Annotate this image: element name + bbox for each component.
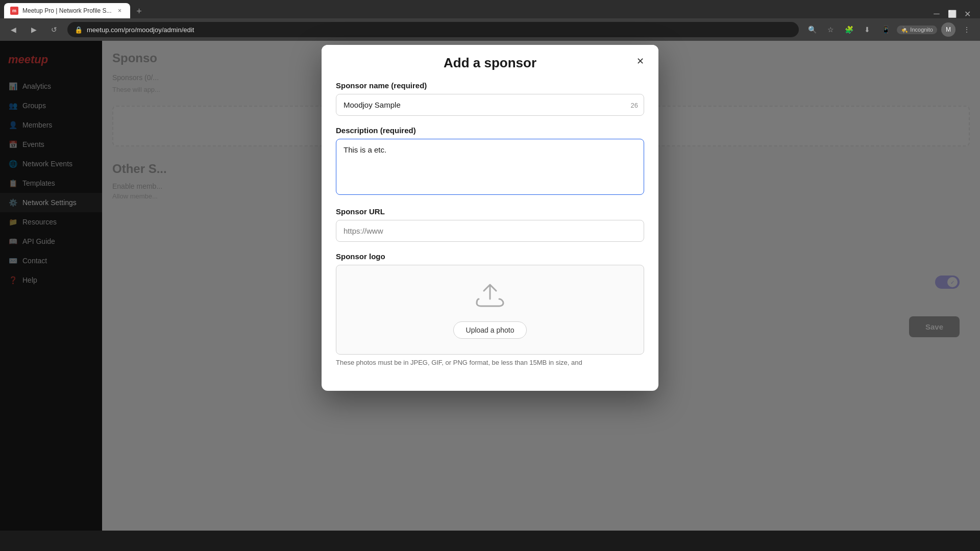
description-group: Description (required) bbox=[336, 126, 644, 197]
modal-header: ✕ Add a sponsor bbox=[322, 45, 658, 81]
sponsor-name-input[interactable] bbox=[336, 94, 644, 116]
sponsor-logo-label: Sponsor logo bbox=[336, 252, 644, 261]
modal-body: Sponsor name (required) 26 Description (… bbox=[322, 81, 658, 391]
sponsor-url-label: Sponsor URL bbox=[336, 207, 644, 216]
device-button[interactable]: 📱 bbox=[878, 22, 893, 37]
tab-bar: m Meetup Pro | Network Profile S... × + … bbox=[0, 0, 980, 18]
sponsor-url-group: Sponsor URL bbox=[336, 207, 644, 242]
search-button[interactable]: 🔍 bbox=[805, 22, 819, 37]
lock-icon: 🔒 bbox=[75, 26, 83, 34]
address-bar: ◀ ▶ ↺ 🔒 meetup.com/pro/moodjoy/admin/edi… bbox=[0, 18, 980, 41]
sponsor-logo-group: Sponsor logo Upload a photo These photos… bbox=[336, 252, 644, 366]
upload-note: These photos must be in JPEG, GIF, or PN… bbox=[336, 359, 644, 366]
reload-button[interactable]: ↺ bbox=[47, 22, 61, 37]
address-text: meetup.com/pro/moodjoy/admin/edit bbox=[87, 26, 194, 34]
modal-dialog: ✕ Add a sponsor Sponsor name (required) … bbox=[322, 45, 658, 391]
forward-button[interactable]: ▶ bbox=[27, 22, 41, 37]
page-content: meetup 📊 Analytics 👥 Groups 👤 Members 📅 … bbox=[0, 41, 980, 531]
menu-button[interactable]: ⋮ bbox=[960, 22, 974, 37]
browser-actions: 🔍 ☆ 🧩 ⬇ 📱 🕵 Incognito M ⋮ bbox=[805, 22, 974, 37]
upload-area: Upload a photo bbox=[336, 265, 644, 355]
incognito-label: Incognito bbox=[910, 27, 933, 33]
description-textarea[interactable] bbox=[336, 139, 644, 195]
modal-close-button[interactable]: ✕ bbox=[632, 53, 648, 69]
upload-photo-button[interactable]: Upload a photo bbox=[453, 321, 527, 339]
back-button[interactable]: ◀ bbox=[6, 22, 20, 37]
sponsor-url-input[interactable] bbox=[336, 220, 644, 242]
incognito-badge: 🕵 Incognito bbox=[897, 26, 937, 34]
minimize-button[interactable]: ─ bbox=[932, 9, 941, 18]
bookmark-button[interactable]: ☆ bbox=[823, 22, 838, 37]
sponsor-name-input-wrapper: 26 bbox=[336, 94, 644, 116]
download-button[interactable]: ⬇ bbox=[860, 22, 874, 37]
address-field[interactable]: 🔒 meetup.com/pro/moodjoy/admin/edit bbox=[67, 22, 799, 37]
upload-icon bbox=[475, 281, 505, 313]
browser-chrome: m Meetup Pro | Network Profile S... × + … bbox=[0, 0, 980, 41]
sponsor-name-group: Sponsor name (required) 26 bbox=[336, 81, 644, 116]
new-tab-button[interactable]: + bbox=[132, 4, 146, 18]
incognito-icon: 🕵 bbox=[901, 27, 908, 33]
sponsor-name-label: Sponsor name (required) bbox=[336, 81, 644, 90]
tab-close-button[interactable]: × bbox=[116, 7, 124, 15]
modal-overlay: ✕ Add a sponsor Sponsor name (required) … bbox=[0, 41, 980, 531]
tab-favicon: m bbox=[10, 7, 18, 15]
modal-title: Add a sponsor bbox=[336, 55, 644, 81]
description-label: Description (required) bbox=[336, 126, 644, 135]
char-count: 26 bbox=[631, 101, 638, 109]
profile-avatar[interactable]: M bbox=[941, 22, 955, 37]
browser-tab[interactable]: m Meetup Pro | Network Profile S... × bbox=[4, 3, 130, 18]
tab-title: Meetup Pro | Network Profile S... bbox=[22, 7, 112, 14]
close-window-button[interactable]: ✕ bbox=[963, 9, 972, 18]
maximize-button[interactable]: ⬜ bbox=[947, 9, 957, 18]
extensions-button[interactable]: 🧩 bbox=[842, 22, 856, 37]
